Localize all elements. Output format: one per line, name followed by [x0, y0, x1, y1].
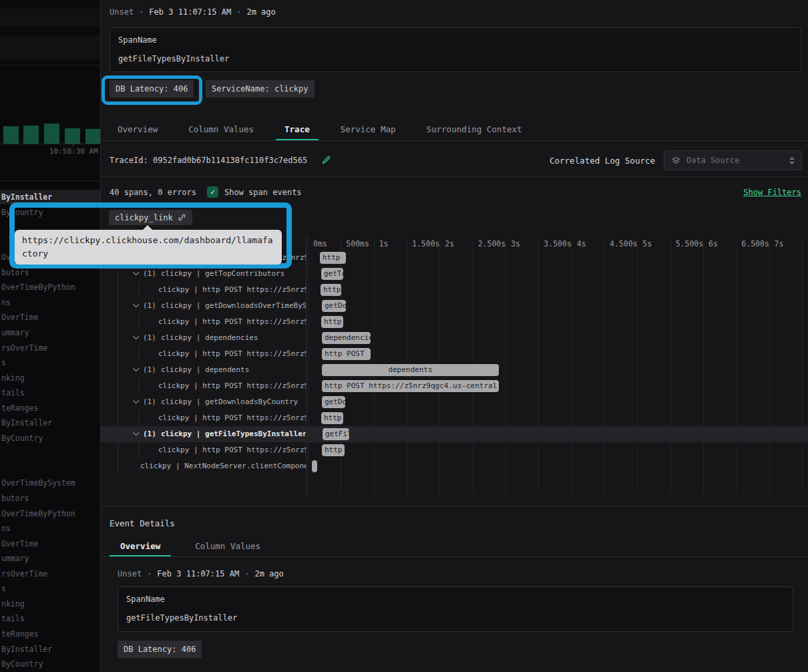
trace-row[interactable]: clickpy | NextNodeServer.clientCompone	[101, 458, 808, 474]
tab-overview[interactable]: Overview	[109, 119, 166, 140]
span-bar[interactable]: http POST	[321, 412, 343, 424]
chevron-down-icon[interactable]	[133, 429, 140, 436]
trace-row[interactable]: (1)clickpy | dependenciesdependencies	[101, 330, 808, 346]
span-name: clickpy | http POST https://z5nrz9	[158, 413, 306, 422]
underlay-row[interactable]: s	[1, 581, 100, 596]
show-span-events-checkbox[interactable]: ✓	[207, 186, 218, 198]
trace-row[interactable]: (1)clickpy | getFileTypesByInstallergetF…	[101, 426, 808, 442]
span-bar[interactable]: getTopContributors	[321, 268, 343, 280]
underlay-row[interactable]: nking	[1, 371, 100, 385]
axis-tick: 0ms	[313, 239, 327, 248]
span-field-label: SpanName	[126, 595, 165, 604]
service-name-badge[interactable]: ServiceName: clickpy	[206, 80, 315, 98]
underlay-row[interactable]: ummary	[1, 325, 100, 340]
underlay-row[interactable]: ummary	[1, 551, 100, 566]
span-bar[interactable]: http POST	[322, 348, 371, 360]
span-bar[interactable]	[312, 460, 317, 472]
underlay-row[interactable]	[1, 461, 100, 476]
span-event-count: (1)	[143, 269, 156, 278]
underlay-row[interactable]: ByInstaller	[1, 642, 100, 657]
trace-row[interactable]: clickpy | http POST https://z5nrz9http P…	[101, 378, 808, 394]
chevron-down-icon[interactable]	[133, 333, 140, 339]
spans-summary: 40 spans, 0 errors	[110, 188, 196, 197]
span-bar[interactable]: getFileTypesByInstaller	[323, 428, 349, 440]
underlay-row[interactable]: OverTimeByPython	[1, 506, 100, 521]
chevron-down-icon[interactable]	[133, 269, 140, 275]
trace-row-name: clickpy | http POST https://z5nrz9	[101, 410, 306, 426]
tab-overview[interactable]: Overview	[110, 536, 171, 556]
trace-row-name: clickpy | http POST https://z5nrz9	[101, 378, 306, 394]
span-name-box: SpanName getFileTypesByInstaller	[118, 586, 793, 632]
span-bar[interactable]: http POST	[321, 316, 343, 328]
underlay-row[interactable]: ByCountry	[1, 431, 100, 446]
underlay-row[interactable]: OverTime	[1, 536, 100, 551]
event-meta-line: Unset·Feb 3 11:07:15 AM·2m ago	[118, 569, 289, 578]
edit-icon[interactable]	[321, 155, 331, 165]
trace-row[interactable]: clickpy | http POST https://z5nrz9http P…	[101, 282, 808, 298]
trace-row[interactable]: (1)clickpy | getDownloadsOverTimeBySysge…	[101, 298, 808, 314]
span-bar[interactable]: http POST https://z5nrz9qgc4.us-central	[322, 380, 499, 392]
underlay-row[interactable]: OverTime	[1, 310, 100, 325]
underlay-row[interactable]: teRanges	[1, 627, 100, 641]
underlay-row[interactable]	[1, 446, 100, 460]
db-latency-badge[interactable]: DB Latency: 406	[118, 641, 202, 658]
background-row	[0, 35, 100, 59]
span-bar[interactable]: getDownloadsOverTime	[322, 300, 346, 312]
underlay-row[interactable]: nking	[1, 597, 100, 611]
link-url-tooltip: https://clickpy.clickhouse.com/dashboard…	[15, 230, 282, 265]
chevron-down-icon[interactable]	[133, 365, 140, 371]
trace-row[interactable]: clickpy | http POST https://z5nrz9http P…	[101, 410, 808, 426]
show-filters-link[interactable]: Show Filters	[743, 188, 801, 197]
span-name-box: SpanName getFileTypesByInstaller	[110, 27, 801, 72]
trace-row[interactable]: clickpy | http POST https://z5nrz9http P…	[101, 346, 808, 362]
underlay-row[interactable]: s	[1, 355, 100, 370]
trace-row[interactable]: (1)clickpy | getDownloadsByCountrygetDow…	[101, 394, 808, 410]
underlay-row[interactable]: tails	[1, 385, 100, 400]
underlay-row[interactable]: butors	[1, 491, 100, 506]
span-bar[interactable]: http	[320, 252, 346, 264]
trace-row-name: (1)clickpy | dependencies	[101, 330, 306, 346]
event-meta-line: Unset·Feb 3 11:07:15 AM·2m ago	[110, 7, 281, 17]
span-bar[interactable]: getDownloadsByCountry	[322, 396, 345, 408]
axis-tick: 5s	[642, 239, 652, 248]
trace-row-name: clickpy | http POST https://z5nrz9	[101, 282, 306, 298]
axis-tick: 2s	[445, 239, 454, 248]
span-bar[interactable]: http POST	[321, 284, 341, 296]
span-bar[interactable]: dependents	[322, 364, 499, 376]
tab-surrounding-context[interactable]: Surrounding Context	[418, 119, 531, 140]
underlay-row[interactable]: teRanges	[1, 401, 100, 415]
underlay-row[interactable]: rsOverTime	[1, 566, 100, 581]
span-bar[interactable]: dependencies	[322, 332, 371, 344]
underlay-row[interactable]: OverTimeBySystem	[1, 476, 100, 490]
trace-row[interactable]: (1)clickpy | dependentsdependents	[101, 362, 808, 378]
underlay-row[interactable]: rsOverTime	[1, 341, 100, 355]
main-tabs: OverviewColumn ValuesTraceService MapSur…	[101, 119, 808, 141]
trace-row[interactable]: clickpy | http POST https://z5nrz9http P…	[101, 442, 808, 458]
span-name: clickpy | http POST https://z5nrz9	[158, 285, 306, 294]
chevron-down-icon[interactable]	[133, 397, 140, 403]
underlay-row[interactable]: ByCountry	[1, 657, 100, 671]
background-row	[0, 9, 100, 27]
underlay-row[interactable]: OverTimeByPython	[1, 280, 100, 295]
tab-column-values[interactable]: Column Values	[184, 536, 271, 556]
underlay-row[interactable]: ByInstaller	[1, 415, 100, 430]
tab-service-map[interactable]: Service Map	[332, 119, 405, 140]
axis-tick: 4s	[577, 239, 586, 248]
chevron-down-icon[interactable]	[133, 301, 140, 307]
histogram-time-label: 10:58:30 AM	[49, 147, 98, 156]
span-bar[interactable]: http POST	[322, 444, 345, 456]
span-name: clickpy | getFileTypesByInstaller	[161, 430, 306, 438]
trace-waterfall: 0ms500ms1s1.500s2s2.500s3s3.500s4s4.500s…	[101, 235, 808, 497]
tab-column-values[interactable]: Column Values	[180, 119, 262, 140]
underlay-row[interactable]: ns	[1, 521, 100, 536]
status-badge: Unset	[110, 7, 134, 17]
underlay-row[interactable]: ns	[1, 295, 100, 310]
tab-trace[interactable]: Trace	[276, 119, 319, 140]
data-source-select[interactable]: Data Source	[664, 150, 802, 170]
axis-tick: 500ms	[346, 239, 369, 248]
data-source-placeholder: Data Source	[686, 156, 739, 165]
span-field-value: getFileTypesByInstaller	[126, 613, 237, 623]
underlay-row[interactable]: tails	[1, 611, 100, 626]
trace-row[interactable]: clickpy | http POST https://z5nrz9http P…	[101, 314, 808, 330]
clickpy-link-button[interactable]: clickpy_link	[109, 210, 192, 225]
